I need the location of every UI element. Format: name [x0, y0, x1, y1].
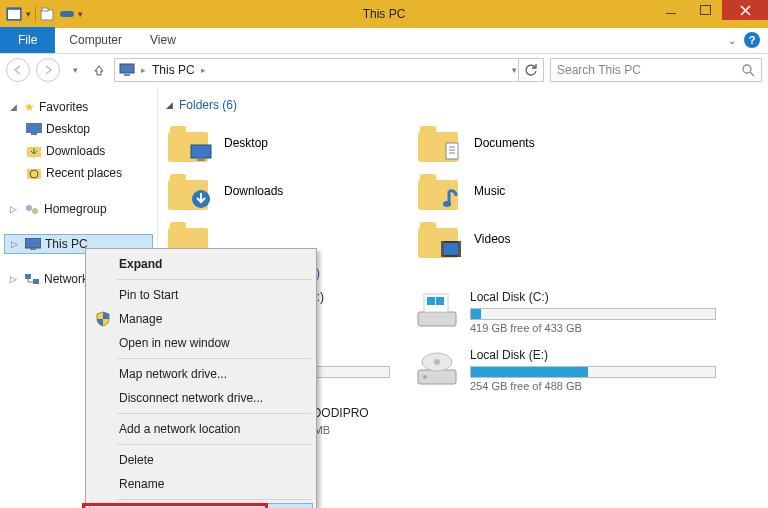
svg-rect-4 [120, 64, 134, 73]
svg-rect-30 [436, 297, 444, 305]
os-drive-icon [416, 290, 460, 330]
downloads-icon [26, 144, 42, 158]
svg-point-13 [32, 208, 38, 214]
address-dropdown-icon[interactable]: ▾ [512, 65, 517, 75]
chevron-right-icon[interactable]: ▸ [201, 65, 206, 75]
menu-separator [117, 358, 311, 359]
folder-documents[interactable]: Documents [416, 122, 656, 164]
ctx-delete[interactable]: Delete [89, 448, 313, 472]
tree-favorites[interactable]: ◢ ★ Favorites [4, 96, 153, 118]
ctx-pin-to-start[interactable]: Pin to Start [89, 283, 313, 307]
window-title: This PC [363, 7, 406, 21]
ctx-map-network-drive[interactable]: Map network drive... [89, 362, 313, 386]
svg-rect-14 [25, 238, 41, 248]
svg-rect-1 [8, 10, 20, 19]
thispc-icon [25, 238, 41, 250]
maximize-button[interactable] [688, 0, 722, 20]
ctx-open-new-window[interactable]: Open in new window [89, 331, 313, 355]
svg-rect-25 [441, 241, 444, 257]
refresh-button[interactable] [518, 58, 544, 82]
qat-dropdown-icon[interactable]: ▾ [26, 9, 31, 19]
folder-icon [166, 172, 212, 210]
ctx-expand[interactable]: Expand [89, 252, 313, 276]
folder-icon [166, 124, 212, 162]
tree-downloads[interactable]: Downloads [4, 140, 153, 162]
recent-icon [26, 166, 42, 180]
svg-rect-5 [124, 74, 130, 76]
address-bar[interactable]: ▸ This PC ▸ ▾ [114, 58, 544, 82]
folder-videos[interactable]: Videos [416, 218, 656, 260]
drives-group-header[interactable]: s (5) [296, 266, 760, 280]
new-folder-qat-icon[interactable] [40, 6, 56, 22]
svg-rect-16 [25, 274, 31, 279]
ctx-manage[interactable]: Manage [89, 307, 313, 331]
svg-rect-19 [197, 158, 205, 161]
ctx-add-network-location[interactable]: Add a network location [89, 417, 313, 441]
minimize-button[interactable] [654, 0, 688, 20]
svg-point-6 [743, 65, 751, 73]
drive-local-e[interactable]: Local Disk (E:) 254 GB free of 488 GB [416, 348, 716, 392]
capacity-bar [470, 308, 716, 320]
collapse-icon[interactable]: ◢ [166, 100, 173, 110]
folder-icon [416, 172, 462, 210]
ctx-disconnect-network-drive[interactable]: Disconnect network drive... [89, 386, 313, 410]
expand-icon[interactable]: ▷ [10, 274, 20, 284]
file-tab[interactable]: File [0, 27, 55, 53]
expand-icon[interactable]: ▷ [10, 204, 20, 214]
svg-rect-20 [446, 143, 458, 159]
navigation-bar: ▾ ▸ This PC ▸ ▾ Search This PC [0, 54, 768, 86]
capacity-bar [470, 366, 716, 378]
folder-label: Music [474, 184, 505, 198]
up-button[interactable] [90, 61, 108, 79]
folder-downloads[interactable]: Downloads [166, 170, 406, 212]
svg-rect-8 [31, 133, 37, 135]
folder-music[interactable]: Music [416, 170, 656, 212]
forward-button[interactable] [36, 58, 60, 82]
properties-qat-icon[interactable] [6, 7, 22, 21]
collapse-icon[interactable]: ◢ [10, 102, 20, 112]
search-input[interactable]: Search This PC [550, 58, 762, 82]
quick-access-toolbar: ▾ ▾ [0, 4, 89, 24]
svg-point-12 [26, 205, 32, 211]
svg-rect-27 [418, 312, 456, 326]
svg-point-32 [423, 375, 427, 379]
folders-group-header[interactable]: ◢ Folders (6) [166, 98, 760, 112]
recent-locations-dropdown[interactable]: ▾ [66, 58, 84, 82]
svg-rect-24 [444, 243, 458, 255]
homegroup-icon [24, 202, 40, 216]
hdd-icon [416, 348, 460, 388]
tree-recent-places[interactable]: Recent places [4, 162, 153, 184]
tree-homegroup[interactable]: ▷ Homegroup [4, 198, 153, 220]
qat-custom-dropdown-icon[interactable]: ▾ [78, 9, 83, 19]
search-icon [741, 63, 755, 77]
drive-local-c[interactable]: Local Disk (C:) 419 GB free of 433 GB [416, 290, 716, 334]
tab-view[interactable]: View [136, 27, 190, 53]
ctx-properties[interactable]: Properties [89, 503, 313, 508]
svg-rect-3 [42, 8, 48, 11]
folder-label: Videos [474, 232, 510, 246]
help-icon[interactable]: ? [744, 32, 760, 48]
svg-rect-29 [427, 297, 435, 305]
folder-label: Downloads [224, 184, 283, 198]
svg-rect-7 [26, 123, 42, 133]
ribbon-expand-icon[interactable]: ⌄ [728, 35, 736, 46]
tree-desktop[interactable]: Desktop [4, 118, 153, 140]
ctx-rename[interactable]: Rename [89, 472, 313, 496]
breadcrumb-thispc[interactable]: This PC [152, 63, 195, 77]
menu-separator [117, 499, 311, 500]
undo-qat-icon[interactable] [60, 7, 74, 21]
chevron-right-icon[interactable]: ▸ [141, 65, 146, 75]
folder-label: Documents [474, 136, 535, 150]
svg-rect-18 [191, 145, 211, 158]
network-icon [24, 272, 40, 286]
ribbon-tabs: File Computer View ⌄ ? [0, 28, 768, 54]
back-button[interactable] [6, 58, 30, 82]
star-icon: ★ [24, 100, 35, 114]
tab-computer[interactable]: Computer [55, 27, 136, 53]
menu-separator [117, 279, 311, 280]
expand-icon[interactable]: ▷ [11, 239, 21, 249]
svg-point-34 [434, 359, 440, 365]
folder-label: Desktop [224, 136, 268, 150]
close-button[interactable] [722, 0, 768, 20]
folder-desktop[interactable]: Desktop [166, 122, 406, 164]
